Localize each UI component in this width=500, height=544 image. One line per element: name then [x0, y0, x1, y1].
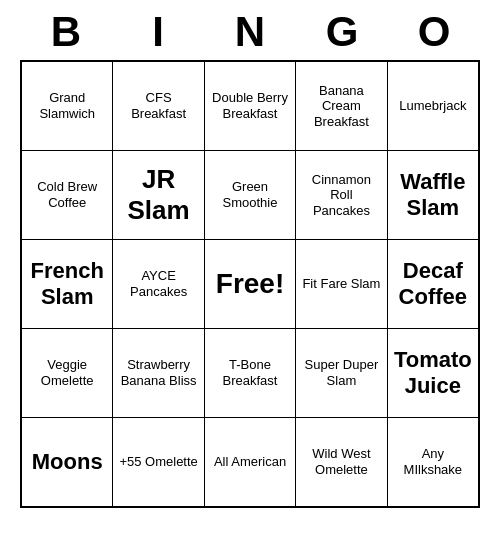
bingo-cell: AYCE Pancakes [113, 240, 204, 328]
bingo-cell: Lumebrjack [388, 62, 478, 150]
bingo-cell: Veggie Omelette [22, 329, 113, 417]
bingo-cell: Fit Fare Slam [296, 240, 387, 328]
bingo-cell: Wild West Omelette [296, 418, 387, 506]
bingo-cell: Moons [22, 418, 113, 506]
bingo-row: Veggie OmeletteStrawberry Banana BlissT-… [22, 329, 478, 418]
bingo-row: Cold Brew CoffeeJR SlamGreen SmoothieCin… [22, 151, 478, 240]
bingo-row: French SlamAYCE PancakesFree!Fit Fare Sl… [22, 240, 478, 329]
bingo-cell: Grand Slamwich [22, 62, 113, 150]
bingo-letter: G [312, 8, 372, 56]
bingo-letter: I [128, 8, 188, 56]
bingo-cell: JR Slam [113, 151, 204, 239]
bingo-letter: O [404, 8, 464, 56]
bingo-cell: Strawberry Banana Bliss [113, 329, 204, 417]
bingo-row: Moons+55 OmeletteAll AmericanWild West O… [22, 418, 478, 506]
bingo-row: Grand SlamwichCFS BreakfastDouble Berry … [22, 62, 478, 151]
bingo-cell: Green Smoothie [205, 151, 296, 239]
bingo-cell: Tomato Juice [388, 329, 478, 417]
bingo-cell: +55 Omelette [113, 418, 204, 506]
bingo-letter: B [36, 8, 96, 56]
bingo-cell: Waffle Slam [388, 151, 478, 239]
bingo-letter: N [220, 8, 280, 56]
bingo-cell: Any MIlkshake [388, 418, 478, 506]
bingo-title-row: BINGO [20, 0, 480, 60]
bingo-cell: Decaf Coffee [388, 240, 478, 328]
bingo-cell: Free! [205, 240, 296, 328]
bingo-cell: Super Duper Slam [296, 329, 387, 417]
bingo-grid: Grand SlamwichCFS BreakfastDouble Berry … [20, 60, 480, 508]
bingo-cell: Banana Cream Breakfast [296, 62, 387, 150]
bingo-cell: CFS Breakfast [113, 62, 204, 150]
bingo-cell: Cinnamon Roll Pancakes [296, 151, 387, 239]
bingo-cell: Double Berry Breakfast [205, 62, 296, 150]
bingo-cell: Cold Brew Coffee [22, 151, 113, 239]
bingo-cell: French Slam [22, 240, 113, 328]
bingo-cell: All American [205, 418, 296, 506]
bingo-cell: T-Bone Breakfast [205, 329, 296, 417]
